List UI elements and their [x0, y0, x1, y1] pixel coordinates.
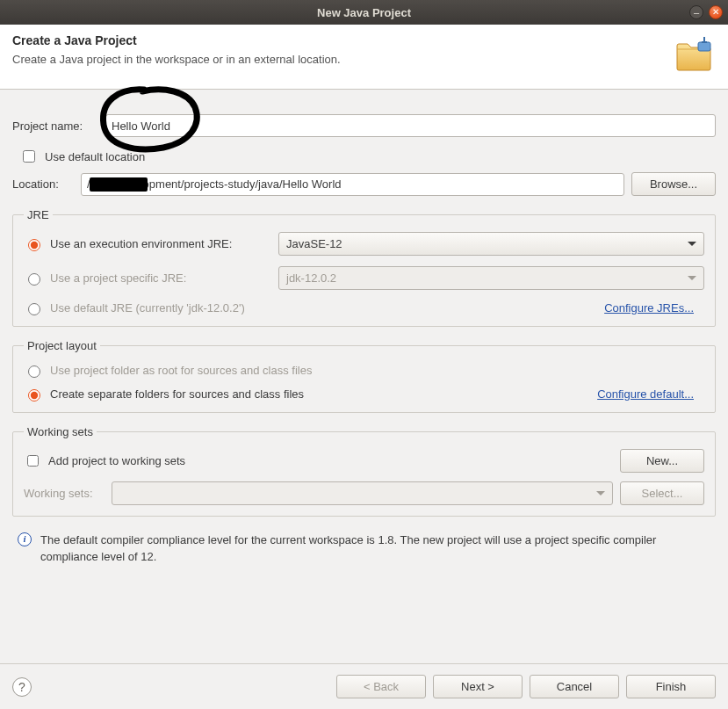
use-default-location-label[interactable]: Use default location	[45, 150, 145, 163]
add-to-working-sets-label[interactable]: Add project to working sets	[48, 454, 613, 467]
window-titlebar: New Java Project – ✕	[0, 0, 728, 25]
cancel-button[interactable]: Cancel	[530, 675, 619, 698]
chevron-down-icon	[688, 276, 696, 280]
jre-legend: JRE	[24, 208, 53, 221]
jre-project-radio-label[interactable]: Use a project specific JRE:	[24, 271, 271, 286]
jre-env-radio-label[interactable]: Use an execution environment JRE:	[24, 236, 271, 251]
jre-env-select[interactable]: JavaSE-12	[278, 232, 704, 256]
jre-project-radio[interactable]	[28, 273, 40, 286]
add-to-working-sets-checkbox[interactable]	[27, 455, 39, 467]
folder-java-icon	[674, 33, 716, 75]
working-sets-new-button[interactable]: New...	[620, 449, 704, 473]
page-title: Create a Java Project	[12, 33, 341, 47]
window-title: New Java Project	[0, 6, 728, 19]
info-icon: i	[18, 532, 32, 546]
jre-project-select: jdk-12.0.2	[278, 266, 704, 290]
finish-button[interactable]: Finish	[626, 675, 716, 698]
working-sets-label: Working sets:	[24, 487, 105, 500]
page-subtitle: Create a Java project in the workspace o…	[12, 53, 341, 66]
layout-separate-radio-label[interactable]: Create separate folders for sources and …	[24, 387, 304, 402]
layout-separate-radio[interactable]	[28, 389, 40, 402]
configure-jres-link[interactable]: Configure JREs...	[604, 301, 694, 315]
chevron-down-icon	[596, 491, 605, 496]
minimize-icon[interactable]: –	[689, 5, 703, 19]
wizard-body: Project name: Use default location Locat…	[0, 90, 728, 566]
working-sets-select	[112, 481, 613, 505]
jre-default-radio-label[interactable]: Use default JRE (currently 'jdk-12.0.2')	[24, 300, 245, 315]
browse-button[interactable]: Browse...	[631, 172, 716, 196]
info-text: The default compiler compliance level fo…	[40, 532, 710, 566]
project-layout-group: Project layout Use project folder as roo…	[12, 339, 716, 413]
back-button: < Back	[336, 675, 426, 698]
info-message: i The default compiler compliance level …	[18, 532, 710, 566]
layout-root-radio[interactable]	[28, 365, 40, 378]
redaction-mark	[90, 177, 148, 192]
working-sets-legend: Working sets	[24, 425, 97, 438]
chevron-down-icon	[688, 242, 696, 246]
use-default-location-checkbox[interactable]	[23, 150, 35, 163]
jre-env-radio[interactable]	[28, 239, 40, 251]
help-icon[interactable]: ?	[12, 677, 32, 697]
jre-default-radio[interactable]	[28, 303, 40, 315]
window-controls: – ✕	[689, 5, 723, 19]
location-input[interactable]	[81, 173, 624, 196]
wizard-header: Create a Java Project Create a Java proj…	[0, 25, 728, 90]
working-sets-select-button: Select...	[620, 481, 704, 505]
location-label: Location:	[12, 177, 74, 191]
layout-root-radio-label[interactable]: Use project folder as root for sources a…	[24, 363, 312, 378]
project-layout-legend: Project layout	[24, 339, 100, 352]
jre-group: JRE Use an execution environment JRE: Ja…	[12, 208, 716, 327]
configure-default-link[interactable]: Configure default...	[597, 387, 694, 401]
svg-rect-0	[698, 42, 710, 51]
working-sets-group: Working sets Add project to working sets…	[12, 425, 716, 517]
next-button[interactable]: Next >	[433, 675, 523, 698]
project-name-input[interactable]	[105, 114, 716, 137]
close-icon[interactable]: ✕	[709, 5, 723, 19]
wizard-footer: ? < Back Next > Cancel Finish	[0, 663, 728, 709]
project-name-label: Project name:	[12, 119, 98, 133]
